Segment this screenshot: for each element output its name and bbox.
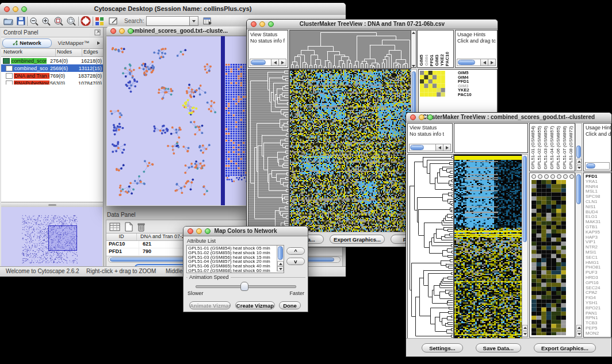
scroll-up-button[interactable] — [576, 325, 582, 331]
column-label[interactable]: GIM3 — [435, 55, 439, 66]
network-view-titlebar[interactable]: combined_scores_good.txt--cluste... — [106, 26, 249, 36]
tab-vizmapper[interactable]: VizMapper™ — [52, 40, 95, 46]
data-col-id[interactable]: ID — [106, 233, 137, 240]
move-down-button[interactable]: v — [286, 258, 305, 265]
tv2-detail-vscrollbar[interactable] — [575, 173, 582, 338]
open-file-icon[interactable] — [3, 17, 13, 25]
tv1-column-dendrogram[interactable] — [289, 30, 411, 69]
scroll-up-button[interactable] — [522, 325, 527, 331]
speed-slider-thumb[interactable] — [240, 282, 248, 291]
attribute-item[interactable]: GPL51-07 (GSM868) heat shock 60 min — [188, 269, 284, 273]
float-panel-icon[interactable] — [94, 29, 101, 36]
help-lifesaver-icon[interactable] — [81, 16, 91, 26]
close-icon[interactable] — [4, 6, 10, 12]
main-titlebar[interactable]: Cytoscape Desktop (Session Name: collins… — [0, 3, 346, 16]
new-attribute-icon[interactable] — [124, 222, 133, 232]
tv2-heatmap[interactable] — [454, 154, 522, 339]
column-label[interactable]: GPL51-06 (GSM865) — [556, 126, 561, 170]
column-label[interactable]: PFD1 — [430, 55, 434, 66]
minimize-icon[interactable] — [119, 28, 125, 34]
tab-network[interactable]: Network — [2, 39, 52, 48]
search-input[interactable] — [146, 16, 190, 26]
minimize-icon[interactable] — [419, 114, 424, 120]
tv2-button-1[interactable]: Save Data... — [476, 343, 521, 352]
save-icon[interactable] — [17, 17, 25, 25]
column-label[interactable]: GPL51-08 (GSM872) — [569, 126, 573, 170]
tab-overflow-button[interactable] — [95, 41, 102, 45]
tv2-button-0[interactable]: Settings... — [422, 343, 462, 352]
search-dropdown-button[interactable] — [190, 16, 198, 26]
move-up-button[interactable]: ^ — [286, 247, 305, 255]
table-icon[interactable] — [109, 222, 121, 232]
zoom-window-icon[interactable] — [427, 114, 433, 120]
minimize-icon[interactable] — [13, 6, 18, 12]
scroll-down-button[interactable] — [522, 331, 527, 337]
window-controls[interactable] — [4, 6, 27, 12]
tv2-status-scrollbar[interactable] — [409, 144, 451, 151]
tv2-column-tree-area[interactable] — [454, 123, 528, 153]
network-row[interactable]: combined_scores2764(0)16218(0) — [1, 57, 103, 64]
dialog-titlebar[interactable]: Map Colors to Network — [183, 227, 308, 236]
scroll-down-button[interactable] — [576, 331, 582, 337]
col-header-nodes[interactable]: Nodes — [56, 49, 82, 56]
trash-icon[interactable] — [137, 222, 146, 232]
column-label[interactable]: GIM5 — [419, 55, 424, 66]
row-label[interactable]: PAC10 — [458, 93, 472, 97]
network-overview-canvas[interactable] — [1, 207, 102, 267]
zoom-window-icon[interactable] — [21, 6, 27, 12]
gene-label[interactable]: MON2 — [586, 331, 611, 336]
treeview1-titlebar[interactable]: ClusterMaker TreeView : DNA and Tran 07-… — [247, 20, 498, 29]
zoom-window-icon[interactable] — [205, 228, 211, 234]
treeview2-titlebar[interactable]: ClusterMaker TreeView : combined_scores_… — [406, 113, 611, 122]
scroll-up-button[interactable] — [277, 261, 284, 266]
tv1-hints-scrollbar[interactable] — [457, 59, 496, 66]
zoom-selected-icon[interactable] — [53, 17, 64, 26]
column-label[interactable]: GPL51-03 (GSM856) — [544, 126, 548, 170]
network-canvas[interactable] — [107, 36, 248, 205]
tv1-heatmap[interactable] — [289, 69, 411, 235]
vizmap-grid-icon[interactable] — [95, 17, 104, 25]
column-label[interactable]: GPL51-04 (GSM857) — [550, 126, 554, 170]
tv1-zoom-heatmap[interactable] — [420, 71, 445, 97]
attribute-list-vscrollbar[interactable] — [277, 246, 284, 271]
network-row[interactable]: combined_sco2569(6)13112(15) — [1, 64, 103, 72]
tv1-status-scrollbar[interactable] — [250, 59, 286, 66]
close-icon[interactable] — [410, 114, 416, 120]
network-row[interactable]: DNA and Tran 07769(0)183728(0) — [1, 72, 103, 79]
tv2-heatmap-vscrollbar[interactable] — [522, 154, 528, 338]
minimize-icon[interactable] — [196, 228, 202, 234]
column-label[interactable]: GPL51-02 (GSM855) — [537, 126, 542, 170]
create-vizmap-button[interactable]: Create Vizmap — [235, 301, 275, 309]
tv2-row-dendrogram[interactable] — [407, 154, 454, 339]
tv2-zoom-heatmap[interactable] — [531, 180, 566, 335]
column-label[interactable]: GPL51-07 (GSM868) — [563, 126, 567, 170]
col-header-edges[interactable]: Edges — [82, 49, 103, 56]
close-icon[interactable] — [188, 228, 193, 234]
scroll-down-button[interactable] — [277, 266, 284, 271]
import-table-icon[interactable] — [203, 17, 212, 25]
col-header-network[interactable]: Network — [1, 49, 56, 56]
close-icon[interactable] — [110, 28, 116, 34]
zoom-window-icon[interactable] — [128, 28, 133, 34]
tv2-button-2[interactable]: Export Graphics... — [534, 343, 596, 352]
tv1-button-1[interactable]: Export Graphics... — [330, 235, 385, 244]
close-icon[interactable] — [251, 21, 257, 27]
tv1-row-dendrogram[interactable] — [248, 69, 289, 235]
column-label[interactable]: YKE2 — [440, 54, 445, 66]
zoom-out-icon[interactable] — [29, 17, 39, 26]
column-label[interactable]: GIM4 — [424, 55, 429, 66]
zoom-window-icon[interactable] — [268, 21, 274, 27]
done-button[interactable]: Done — [279, 301, 301, 309]
scroll-up-button[interactable] — [576, 159, 582, 164]
animate-vizmap-button[interactable]: Animate Vizmap — [189, 301, 231, 309]
column-label[interactable]: GPL51-01 (GSM854) — [531, 126, 536, 170]
tv2-hints-scrollbar[interactable] — [585, 162, 610, 170]
scroll-down-button[interactable] — [576, 165, 582, 171]
zoom-in-icon[interactable] — [41, 17, 51, 26]
tv2-col-labels-vscrollbar[interactable] — [575, 123, 582, 171]
tv1-col-scroll-sliver[interactable] — [411, 30, 416, 68]
annotation-icon[interactable] — [109, 17, 118, 25]
column-label[interactable]: PAC10 — [445, 52, 450, 66]
minimize-icon[interactable] — [259, 21, 265, 27]
zoom-fit-icon[interactable] — [66, 17, 76, 26]
